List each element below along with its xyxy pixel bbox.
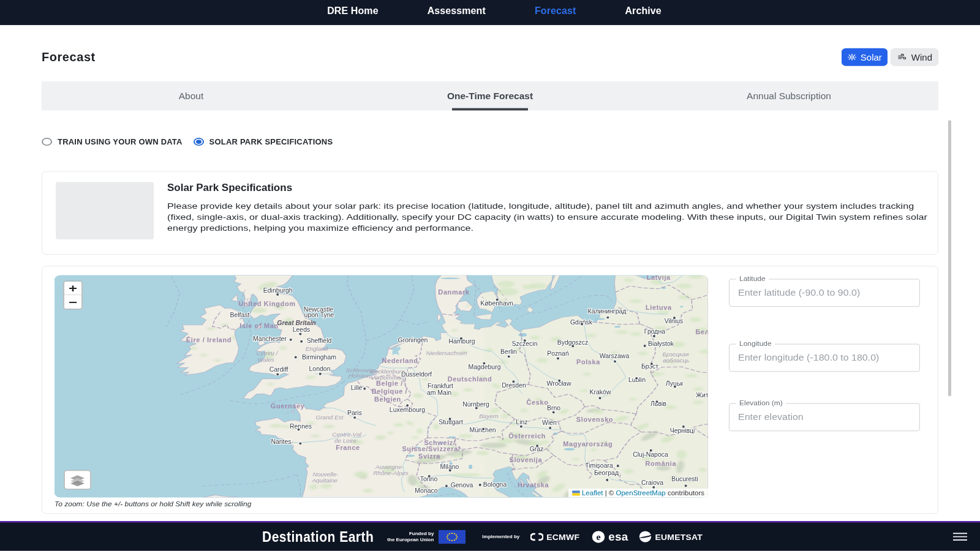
svg-text:Edinburgh: Edinburgh <box>263 287 293 294</box>
svg-text:Latvija: Latvija <box>647 275 671 281</box>
svg-text:Manchester: Manchester <box>253 335 287 342</box>
svg-text:Warszawa: Warszawa <box>600 353 630 359</box>
svg-text:Česko: Česko <box>527 399 549 406</box>
svg-text:Aquitaine: Aquitaine <box>311 477 337 484</box>
svg-text:Niedersachsen: Niedersachsen <box>426 350 467 356</box>
svg-text:Magyarország: Magyarország <box>563 440 612 448</box>
svg-text:Timișoara: Timișoara <box>585 462 613 469</box>
svg-text:Чернівці: Чернівці <box>670 427 695 434</box>
svg-text:Österreich: Österreich <box>508 432 546 440</box>
svg-text:Linz: Linz <box>516 419 527 425</box>
svg-text:Frankfurt: Frankfurt <box>428 383 453 390</box>
svg-text:Grand Est: Grand Est <box>316 414 344 421</box>
svg-text:Hrvatska: Hrvatska <box>518 481 549 489</box>
svg-text:Бел: Бел <box>696 329 708 336</box>
svg-text:Białystok: Białystok <box>648 340 674 347</box>
svg-text:Belgie /: Belgie / <box>376 380 403 387</box>
svg-text:Rhône-Alpes: Rhône-Alpes <box>373 470 409 476</box>
svg-text:Svizra: Svizra <box>418 452 440 460</box>
svg-text:France: France <box>336 444 360 451</box>
svg-text:Калининград: Калининград <box>588 308 627 315</box>
svg-text:Slovensko: Slovensko <box>576 416 613 423</box>
svg-text:Berlin: Berlin <box>500 348 517 355</box>
svg-text:Guernsey: Guernsey <box>271 402 304 410</box>
svg-text:Lille: Lille <box>351 384 363 391</box>
svg-text:Kraków: Kraków <box>590 389 611 395</box>
svg-text:Nantes: Nantes <box>271 438 291 445</box>
svg-text:Craiova: Craiova <box>641 479 663 486</box>
svg-text:Luxembourg: Luxembourg <box>390 407 425 413</box>
svg-text:e: e <box>597 531 601 542</box>
svg-text:Гродна: Гродна <box>644 328 665 335</box>
svg-text:am Main: am Main <box>427 389 451 396</box>
svg-text:Rennes: Rennes <box>290 423 312 430</box>
svg-text:Groningen: Groningen <box>398 337 428 343</box>
svg-text:вобласць: вобласць <box>663 357 689 364</box>
svg-text:Slovenija: Slovenija <box>509 456 542 463</box>
svg-text:Monaco: Monaco <box>415 487 438 494</box>
svg-text:Bayern: Bayern <box>479 413 499 419</box>
svg-text:Nederland: Nederland <box>382 357 418 364</box>
svg-text:Београд: Београд <box>594 470 619 476</box>
svg-text:Cymru /: Cymru / <box>257 350 279 356</box>
svg-text:Danmark: Danmark <box>438 288 470 296</box>
svg-text:de Loire: de Loire <box>334 437 357 444</box>
svg-text:Leeds: Leeds <box>293 326 311 333</box>
svg-text:România: România <box>645 460 676 467</box>
svg-text:Paris: Paris <box>347 410 362 416</box>
svg-text:Bologna: Bologna <box>483 481 507 488</box>
svg-text:Polska: Polska <box>576 358 600 365</box>
svg-text:Belgien: Belgien <box>374 395 401 403</box>
svg-text:Belgique /: Belgique / <box>372 388 408 395</box>
svg-text:Holstein: Holstein <box>349 372 371 379</box>
svg-text:Lietuva: Lietuva <box>646 304 672 311</box>
svg-text:Bucuresti: Bucuresti <box>671 476 698 482</box>
svg-text:United Kingdom: United Kingdom <box>238 300 295 307</box>
svg-text:Birmingham: Birmingham <box>302 354 336 361</box>
svg-text:Belfast: Belfast <box>230 312 249 318</box>
svg-text:Isle of Man: Isle of Man <box>239 322 278 329</box>
svg-text:Suisse/Svizzera/: Suisse/Svizzera/ <box>402 445 460 452</box>
svg-text:Sheffield: Sheffield <box>307 337 332 344</box>
svg-text:Great Britain: Great Britain <box>277 320 316 326</box>
svg-text:Wien: Wien <box>542 419 557 426</box>
svg-text:upon Tyne: upon Tyne <box>304 312 334 318</box>
svg-text:Cluj-Napoca: Cluj-Napoca <box>633 451 668 458</box>
svg-text:Житом: Житом <box>696 392 708 399</box>
svg-text:Poznań: Poznań <box>547 350 569 357</box>
svg-text:Düsseldorf: Düsseldorf <box>401 371 432 378</box>
svg-text:England: England <box>306 345 328 352</box>
svg-text:Nouvelle-: Nouvelle- <box>313 471 339 478</box>
svg-text:Éire / Ireland: Éire / Ireland <box>186 336 232 343</box>
svg-text:Wales: Wales <box>257 356 274 363</box>
svg-text:Deutschland: Deutschland <box>448 375 492 383</box>
svg-text:Cardiff: Cardiff <box>270 366 288 373</box>
svg-text:London: London <box>309 365 331 372</box>
svg-text:Genova: Genova <box>451 482 473 489</box>
svg-text:Brno: Brno <box>547 405 560 411</box>
